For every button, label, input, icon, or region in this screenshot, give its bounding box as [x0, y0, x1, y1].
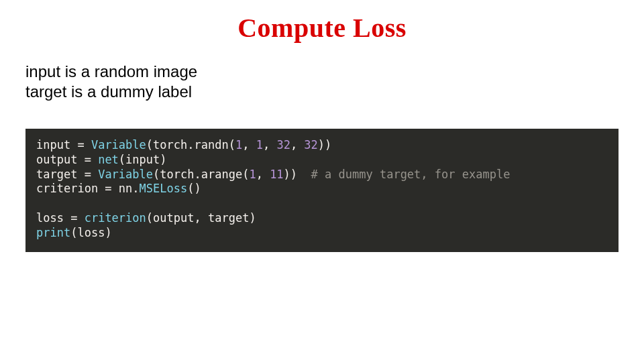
code-line-2: output = net(input): [36, 153, 167, 166]
code-line-4: criterion = nn.MSELoss(): [36, 182, 201, 195]
code-line-6: loss = criterion(output, target): [36, 211, 256, 225]
code-line-blank: [36, 196, 43, 210]
code-line-1: input = Variable(torch.randn(1, 1, 32, 3…: [36, 138, 331, 152]
slide: Compute Loss input is a random image tar…: [0, 0, 644, 362]
description-line-2: target is a dummy label: [25, 82, 197, 102]
code-line-7: print(loss): [36, 226, 112, 239]
description-line-1: input is a random image: [25, 62, 197, 82]
slide-title: Compute Loss: [0, 12, 644, 44]
code-block: input = Variable(torch.randn(1, 1, 32, 3…: [25, 129, 619, 252]
description-block: input is a random image target is a dumm…: [25, 62, 197, 102]
code-line-3: target = Variable(torch.arange(1, 11)) #…: [36, 168, 510, 181]
